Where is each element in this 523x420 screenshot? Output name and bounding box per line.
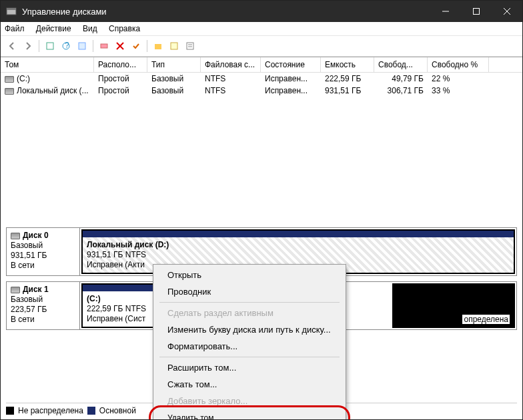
svg-rect-3 [474, 9, 480, 15]
maximize-button[interactable] [461, 1, 492, 22]
volume-table-header: Том Располо... Тип Файловая с... Состоян… [1, 57, 522, 73]
menubar: Файл Действие Вид Справка [1, 22, 522, 36]
menu-action[interactable]: Действие [36, 24, 71, 33]
legend-swatch-primary [87, 407, 95, 415]
minimize-button[interactable] [430, 1, 461, 22]
drive-icon [5, 88, 14, 95]
context-menu: Открыть Проводник Сделать раздел активны… [153, 264, 346, 420]
unallocated-block[interactable]: определена [392, 283, 515, 328]
header-fs[interactable]: Файловая с... [201, 57, 261, 72]
header-freepct[interactable]: Свободно % [428, 57, 489, 72]
titlebar: Управление дисками [1, 1, 522, 22]
close-button[interactable] [492, 1, 522, 22]
svg-rect-13 [155, 44, 161, 49]
menu-item-shrink[interactable]: Сжать том... [155, 376, 344, 393]
svg-rect-6 [47, 43, 53, 49]
menu-item-extend[interactable]: Расширить том... [155, 359, 344, 376]
settings-icon[interactable] [97, 39, 111, 53]
legend-swatch-unalloc [6, 407, 14, 415]
menu-item-mirror: Добавить зеркало... [155, 393, 344, 409]
svg-rect-14 [171, 43, 177, 49]
delete-icon[interactable] [113, 39, 127, 53]
toolbar: ? [1, 36, 522, 57]
list-icon[interactable] [183, 39, 197, 53]
svg-rect-10 [101, 44, 107, 48]
volume-table: (C:) ПростойБазовый NTFSИсправен... 222,… [1, 73, 522, 97]
menu-item-active: Сделать раздел активным [155, 305, 344, 321]
menu-item-change-letter[interactable]: Изменить букву диска или путь к диску... [155, 321, 344, 338]
check-icon[interactable] [129, 39, 143, 53]
header-free[interactable]: Свобод... [374, 57, 428, 72]
menu-item-open[interactable]: Открыть [155, 267, 344, 283]
header-layout[interactable]: Располо... [94, 57, 147, 72]
svg-rect-1 [7, 8, 16, 10]
disk-icon [11, 287, 20, 293]
menu-help[interactable]: Справка [109, 24, 140, 33]
app-icon [6, 6, 17, 17]
svg-rect-15 [187, 43, 193, 49]
header-type[interactable]: Тип [147, 57, 201, 72]
disk-info[interactable]: Диск 0 Базовый931,51 ГБВ сети [7, 228, 80, 275]
table-row[interactable]: Локальный диск (... ПростойБазовый NTFSИ… [1, 85, 522, 97]
header-volume[interactable]: Том [1, 57, 94, 72]
refresh-icon[interactable] [43, 39, 57, 53]
table-row[interactable]: (C:) ПростойБазовый NTFSИсправен... 222,… [1, 73, 522, 85]
menu-view[interactable]: Вид [83, 24, 97, 33]
help-icon[interactable]: ? [59, 39, 73, 53]
folder-icon[interactable] [151, 39, 165, 53]
note-icon[interactable] [167, 39, 181, 53]
menu-item-delete-volume[interactable]: Удалить том... [155, 409, 344, 420]
menu-item-explorer[interactable]: Проводник [155, 283, 344, 300]
forward-button[interactable] [21, 39, 35, 53]
header-capacity[interactable]: Емкость [321, 57, 374, 72]
drive-icon [5, 76, 14, 83]
menu-item-format[interactable]: Форматировать... [155, 338, 344, 355]
disk-info[interactable]: Диск 1 Базовый223,57 ГБВ сети [7, 282, 80, 329]
disk-icon [11, 233, 20, 239]
window-title: Управление дисками [22, 7, 430, 17]
menu-file[interactable]: Файл [5, 24, 25, 33]
properties-icon[interactable] [75, 39, 89, 53]
svg-rect-9 [79, 43, 85, 49]
back-button[interactable] [5, 39, 19, 53]
svg-text:?: ? [65, 41, 69, 50]
header-status[interactable]: Состояние [261, 57, 321, 72]
